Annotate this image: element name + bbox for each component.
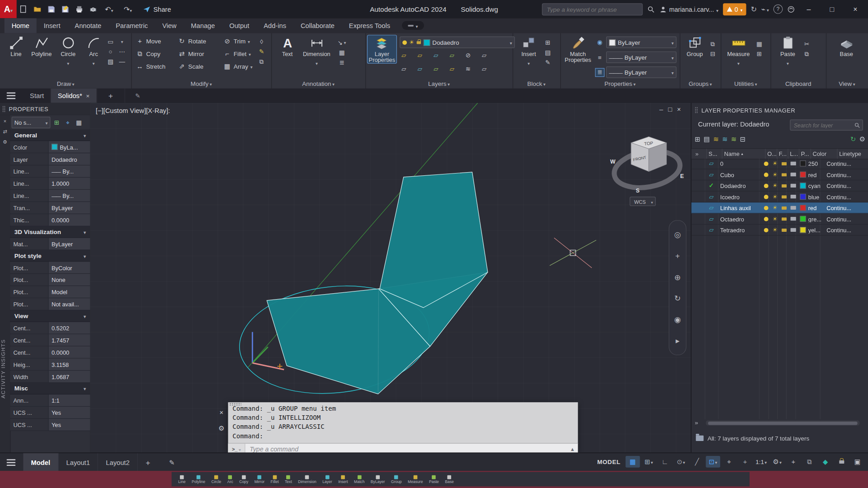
property-value[interactable]: By... — [49, 190, 90, 202]
layer-linetype[interactable]: Continu... — [824, 160, 868, 167]
viewcube-compass-ring[interactable] — [611, 146, 683, 192]
measure-tool[interactable]: Measure — [724, 35, 753, 67]
stretch-tool[interactable]: ↔Stretch — [136, 62, 178, 70]
layer-freeze-icon[interactable]: ☀ — [773, 216, 778, 222]
new-drawing-button[interactable] — [17, 3, 30, 15]
selection-dropdown[interactable]: No s... — [12, 117, 51, 128]
command-grip[interactable] — [229, 403, 241, 405]
compass-south-label[interactable]: S — [636, 188, 640, 194]
sync-icon[interactable]: ↻ — [751, 5, 757, 13]
property-value[interactable]: 3.1158 — [49, 358, 90, 370]
layer-lock-icon[interactable] — [781, 206, 786, 209]
paste-caret-icon[interactable] — [787, 57, 789, 67]
palette-autohide-icon[interactable]: ⇄ — [0, 127, 10, 136]
base-tool[interactable]: Base — [834, 35, 859, 57]
layer-plot-icon[interactable] — [790, 162, 796, 166]
search-icon[interactable] — [647, 5, 655, 13]
scale-tool[interactable]: ⇗Scale — [178, 62, 223, 70]
section-header-general[interactable]: General — [10, 130, 90, 141]
property-value[interactable]: Yes — [49, 407, 90, 418]
lock-ui-button[interactable] — [834, 456, 849, 468]
panel-label-clipboard[interactable]: Clipboard — [770, 80, 826, 89]
palette-grip[interactable] — [2, 106, 5, 113]
layer-hscrollbar[interactable] — [706, 421, 859, 426]
layer-plot-icon[interactable] — [790, 217, 796, 221]
close-button[interactable]: × — [846, 0, 865, 18]
explode-tool-icon[interactable]: ✎ — [257, 47, 265, 55]
block-editor-icon[interactable]: ▤ — [543, 49, 552, 56]
trace-button[interactable]: ◆ — [818, 456, 833, 468]
layer-on-icon[interactable] — [764, 194, 768, 199]
tab-insert[interactable]: Insert — [37, 18, 68, 33]
layer-manager-title-bar[interactable]: LAYER PROPERTIES MANAGER — [691, 103, 868, 117]
show-motion-icon[interactable]: ◉ — [674, 315, 681, 324]
move-tool[interactable]: +Move — [136, 37, 178, 45]
layer-color[interactable]: blue — [797, 193, 824, 200]
units-button[interactable]: ⧉ — [802, 456, 816, 468]
viewcube-right-face[interactable] — [649, 143, 666, 172]
new-tab-button[interactable]: + — [97, 89, 125, 103]
layer-color[interactable]: 250 — [797, 160, 824, 167]
annotation-monitor-button[interactable]: + — [786, 456, 801, 468]
column-header-f[interactable]: F... — [777, 149, 788, 159]
object-snap-button[interactable]: ⊡ — [706, 456, 720, 468]
column-header-s[interactable]: S... — [707, 149, 722, 159]
text-tool[interactable]: A Text — [274, 35, 300, 57]
match-properties-tool[interactable]: Match Properties — [562, 35, 594, 63]
undo-button[interactable]: ↶ — [100, 3, 118, 15]
layer-merge-icon[interactable]: ▱ — [480, 65, 488, 72]
column-header-linetype[interactable]: Linetype — [838, 149, 868, 159]
layer-search-input[interactable] — [793, 122, 854, 129]
insert-caret-icon[interactable] — [528, 57, 530, 67]
leader-tool-icon[interactable]: ↘ — [338, 39, 346, 47]
layer-lock-icon[interactable] — [781, 195, 786, 198]
column-header-color[interactable]: Color — [811, 149, 838, 159]
draw-flyout1-icon[interactable] — [118, 38, 126, 45]
section-header-plot-style[interactable]: Plot style — [10, 250, 90, 262]
clean-screen-button[interactable]: ▣ — [850, 456, 865, 468]
command-customize-icon[interactable]: ⚙ — [218, 424, 224, 432]
lineweight-dropdown[interactable]: ByLayer — [606, 52, 677, 63]
property-value[interactable]: Not avail... — [49, 298, 90, 310]
object-snap-tracking-button[interactable]: ⌖ — [722, 456, 736, 468]
property-value[interactable]: By... — [49, 165, 90, 177]
compass-west-label[interactable]: W — [610, 159, 616, 165]
polyline-tool[interactable]: Polyline — [29, 35, 54, 57]
section-collapse-icon[interactable] — [84, 313, 86, 319]
layer-isolate-mgr-icon[interactable]: ≋ — [722, 136, 727, 143]
layer-row-cubo[interactable]: ▱Cubo☀redContinu... — [691, 169, 868, 180]
property-value[interactable]: Yes — [49, 419, 90, 431]
layout-tab-layout2[interactable]: Layout2 — [98, 453, 138, 471]
layer-row-linhas-auxil[interactable]: ▱Linhas auxil☀redContinu... — [691, 202, 868, 213]
edit-attrib-icon[interactable]: ✎ — [543, 59, 552, 66]
grid-display-button[interactable]: ▦ — [626, 456, 640, 468]
layer-search-box[interactable] — [790, 119, 863, 130]
column-header-name[interactable]: Name — [722, 149, 766, 159]
layer-color[interactable]: yel... — [797, 226, 824, 233]
hatch-tool-icon[interactable]: ▧ — [106, 57, 114, 65]
more-icon[interactable]: ▸ — [675, 336, 679, 345]
activity-insights-label[interactable]: ACTIVITY INSIGHTS — [0, 330, 10, 407]
panel-label-properties[interactable]: Properties — [560, 80, 679, 89]
annotation-scale-button[interactable]: 1:1 — [754, 456, 769, 468]
viewcube-front-face[interactable] — [631, 143, 649, 172]
refresh-icon[interactable]: ↻ — [850, 136, 856, 143]
model-space-toggle[interactable]: MODEL — [597, 458, 621, 465]
layer-linetype[interactable]: Continu... — [824, 226, 868, 233]
erase-tool-icon[interactable]: ◊ — [257, 38, 265, 45]
layer-on-icon[interactable] — [764, 183, 768, 188]
layer-row-tetraedro[interactable]: ▱Tetraedro☀yel...Continu... — [691, 225, 868, 235]
trim-caret-icon[interactable] — [248, 38, 250, 44]
layer-manager-grip[interactable] — [695, 107, 698, 113]
property-value[interactable]: 1:1 — [49, 394, 90, 406]
tab-parametric[interactable]: Parametric — [108, 18, 155, 33]
layout-tab-layout1[interactable]: Layout1 — [58, 453, 98, 471]
property-value[interactable]: None — [49, 274, 90, 286]
view-cube[interactable]: TOP FRONT W S E WCS ▾ — [610, 136, 684, 206]
layer-hscrollbar-thumb[interactable] — [708, 421, 858, 424]
panel-label-annotation[interactable]: Annotation — [271, 80, 365, 89]
tab-view[interactable]: View — [155, 18, 184, 33]
navigation-wheel-icon[interactable]: ◎ — [674, 230, 681, 239]
search-input[interactable] — [546, 5, 639, 13]
layer-linetype[interactable]: Continu... — [824, 216, 868, 222]
